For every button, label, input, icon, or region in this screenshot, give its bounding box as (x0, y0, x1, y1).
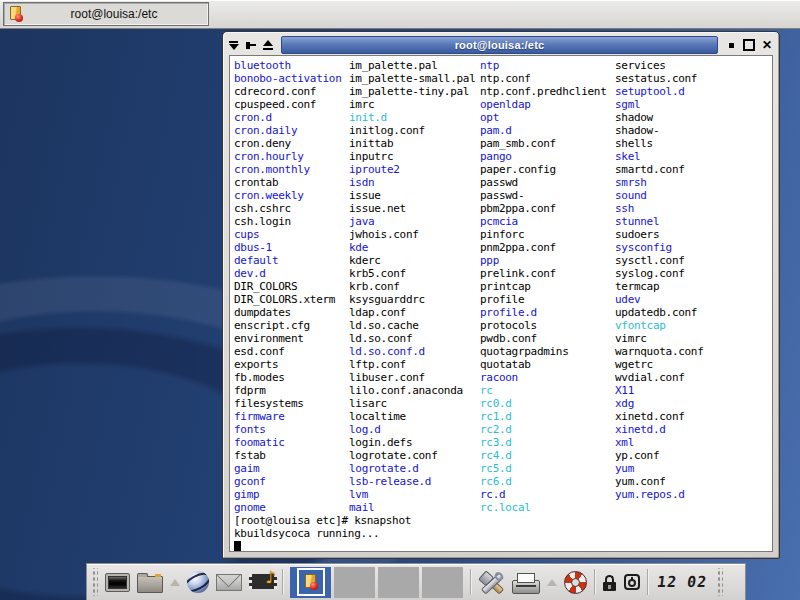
close-button[interactable]: ✕ (760, 38, 774, 52)
file-entry-lsb-release.d: lsb-release.d (349, 475, 475, 488)
file-entry-stunnel: stunnel (615, 215, 704, 228)
file-entry-cron.monthly: cron.monthly (234, 163, 341, 176)
file-entry-issue.net: issue.net (349, 202, 475, 215)
lock-screen-icon[interactable] (602, 575, 617, 591)
file-entry-X11: X11 (615, 384, 704, 397)
file-entry-dumpdates: dumpdates (234, 306, 341, 319)
file-entry-xinetd.conf: xinetd.conf (615, 410, 704, 423)
pager-desktop-3[interactable] (378, 567, 419, 598)
file-entry-firmware: firmware (234, 410, 341, 423)
file-entry-cron.weekly: cron.weekly (234, 189, 341, 202)
file-entry-ldap.conf: ldap.conf (349, 306, 475, 319)
file-entry-inittab: inittab (349, 137, 475, 150)
file-entry-quotatab: quotatab (480, 358, 606, 371)
file-entry-ppp: ppp (480, 254, 606, 267)
pager-desktop-2[interactable] (334, 567, 375, 598)
window-title: root@louisa:/etc (455, 39, 545, 51)
panel-separator (647, 569, 648, 595)
file-entry-java: java (349, 215, 475, 228)
shade-icon[interactable] (262, 39, 275, 51)
printer-icon[interactable] (512, 580, 540, 594)
help-lifebuoy-icon[interactable] (564, 571, 587, 594)
file-entry-sgml: sgml (615, 98, 704, 111)
terminal-window: root@louisa:/etc ✕ bluetoothbonobo-activ… (222, 31, 780, 559)
media-player-icon[interactable]: ♪ (249, 570, 275, 594)
taskbar-window-label: root@louisa:/etc (24, 7, 204, 21)
terminal-launcher-icon[interactable] (105, 573, 130, 592)
file-entry-krb.conf: krb.conf (349, 280, 475, 293)
bottom-panel: ♪ 12 02 (86, 563, 746, 600)
file-entry-cron.hourly: cron.hourly (234, 150, 341, 163)
browser-globe-icon[interactable] (187, 571, 209, 593)
minimize-button[interactable] (724, 38, 738, 52)
terminal-cursor (234, 541, 241, 552)
desktop-pager (290, 567, 463, 598)
file-entry-fstab: fstab (234, 449, 341, 462)
panel-drag-handle-right[interactable] (716, 568, 723, 596)
file-entry-rc2.d: rc2.d (480, 423, 606, 436)
file-entry-log.d: log.d (349, 423, 475, 436)
file-entry-ntp: ntp (480, 59, 606, 72)
file-entry-udev: udev (615, 293, 704, 306)
file-entry-libuser.conf: libuser.conf (349, 371, 475, 384)
shell-prompt-line: [root@louisa etc]# ksnapshot (234, 514, 411, 527)
mail-envelope-icon[interactable] (216, 574, 242, 591)
file-entry-gimp: gimp (234, 488, 341, 501)
file-entry-localtime: localtime (349, 410, 475, 423)
music-note-icon: ♪ (265, 567, 276, 587)
file-entry-cron.deny: cron.deny (234, 137, 341, 150)
file-entry-jwhois.conf: jwhois.conf (349, 228, 475, 241)
system-tools-icon[interactable] (478, 570, 505, 595)
file-entry-pam.d: pam.d (480, 124, 606, 137)
file-entry-pango: pango (480, 150, 606, 163)
expander-triangle-icon[interactable] (170, 579, 180, 586)
file-entry-ntp.conf: ntp.conf (480, 72, 606, 85)
file-entry-smartd.conf: smartd.conf (615, 163, 704, 176)
panel-clock[interactable]: 12 02 (654, 573, 710, 591)
panel-drag-handle-left[interactable] (91, 568, 98, 596)
pager-desktop-4[interactable] (422, 567, 463, 598)
file-entry-skel: skel (615, 150, 704, 163)
file-entry-fdprm: fdprm (234, 384, 341, 397)
taskbar-window-button[interactable]: root@louisa:/etc (3, 2, 209, 26)
file-entry-ld.so.conf: ld.so.conf (349, 332, 475, 345)
listing-column-4: servicessestatus.confsetuptool.dsgmlshad… (615, 59, 704, 501)
file-entry-xdg: xdg (615, 397, 704, 410)
file-entry-quotagrpadmins: quotagrpadmins (480, 345, 606, 358)
file-entry-wvdial.conf: wvdial.conf (615, 371, 704, 384)
file-entry-printcap: printcap (480, 280, 606, 293)
file-entry-crontab: crontab (234, 176, 341, 189)
terminal-screen[interactable]: bluetoothbonobo-activationcdrecord.confc… (229, 55, 773, 552)
file-entry-smrsh: smrsh (615, 176, 704, 189)
file-entry-DIR_COLORS: DIR_COLORS (234, 280, 341, 293)
window-menu-icon[interactable] (228, 39, 241, 51)
file-entry-profile.d: profile.d (480, 306, 606, 319)
file-entry-krb5.conf: krb5.conf (349, 267, 475, 280)
file-entry-inputrc: inputrc (349, 150, 475, 163)
pager-desktop-1[interactable] (290, 567, 331, 598)
file-entry-warnquota.conf: warnquota.conf (615, 345, 704, 358)
file-entry-racoon: racoon (480, 371, 606, 384)
file-entry-yum.repos.d: yum.repos.d (615, 488, 704, 501)
logout-power-icon[interactable] (624, 574, 640, 590)
pager-active-window (297, 568, 325, 596)
file-entry-pwdb.conf: pwdb.conf (480, 332, 606, 345)
file-entry-logrotate.d: logrotate.d (349, 462, 475, 475)
expander-triangle-icon[interactable] (547, 579, 557, 586)
file-entry-default: default (234, 254, 341, 267)
file-entry-isdn: isdn (349, 176, 475, 189)
file-entry-sysconfig: sysconfig (615, 241, 704, 254)
file-entry-kde: kde (349, 241, 475, 254)
file-entry-xinetd.d: xinetd.d (615, 423, 704, 436)
file-entry-protocols: protocols (480, 319, 606, 332)
pin-icon[interactable] (245, 39, 258, 51)
file-entry-openldap: openldap (480, 98, 606, 111)
file-entry-paper.config: paper.config (480, 163, 606, 176)
titlebar[interactable]: root@louisa:/etc ✕ (223, 32, 779, 55)
file-entry-ksysguarddrc: ksysguarddrc (349, 293, 475, 306)
file-entry-issue: issue (349, 189, 475, 202)
maximize-button[interactable] (742, 38, 756, 52)
file-entry-yum.conf: yum.conf (615, 475, 704, 488)
folder-launcher-icon[interactable] (137, 576, 163, 593)
file-entry-filesystems: filesystems (234, 397, 341, 410)
